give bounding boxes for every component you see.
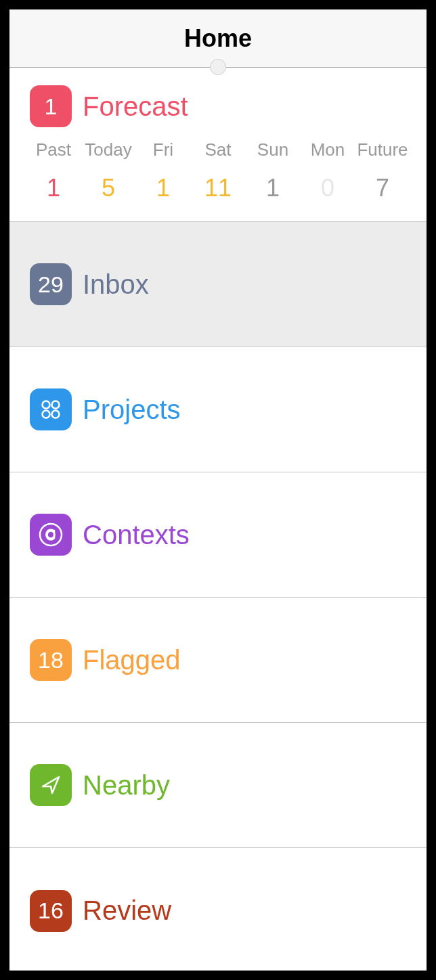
home-list: 1 Forecast Past 1 Today 5 Fri 1 — [9, 68, 427, 971]
forecast-day-count: 1 — [266, 174, 280, 202]
projects-label: Projects — [83, 395, 181, 425]
svg-point-0 — [43, 401, 50, 409]
nearby-icon — [30, 764, 72, 806]
forecast-label: Forecast — [83, 91, 188, 122]
forecast-col-sat[interactable]: Sat 11 — [194, 139, 242, 202]
contexts-label: Contexts — [83, 520, 190, 550]
row-inbox[interactable]: 29 Inbox — [9, 222, 427, 347]
forecast-day-count: 7 — [376, 174, 389, 202]
review-badge: 16 — [30, 890, 72, 932]
row-review[interactable]: 16 Review — [9, 848, 427, 971]
row-contexts[interactable]: Contexts — [9, 472, 427, 598]
forecast-day-label: Past — [36, 139, 71, 160]
contexts-icon — [30, 514, 72, 556]
forecast-day-label: Fri — [153, 139, 173, 160]
forecast-day-label: Mon — [311, 139, 345, 160]
svg-point-1 — [52, 401, 60, 409]
review-label: Review — [83, 895, 171, 926]
forecast-day-count: 11 — [204, 174, 232, 202]
forecast-day-label: Today — [85, 139, 131, 160]
svg-point-3 — [52, 411, 60, 418]
forecast-grid: Past 1 Today 5 Fri 1 Sat 11 — [9, 139, 427, 221]
row-flagged[interactable]: 18 Flagged — [9, 598, 427, 723]
forecast-day-label: Sun — [257, 139, 288, 160]
nearby-label: Nearby — [83, 770, 170, 801]
forecast-col-mon[interactable]: Mon 0 — [304, 139, 351, 202]
forecast-badge: 1 — [30, 85, 72, 127]
svg-point-2 — [43, 411, 50, 418]
forecast-day-count: 0 — [321, 174, 334, 202]
pull-indicator-icon — [210, 59, 226, 75]
forecast-col-today[interactable]: Today 5 — [85, 139, 132, 202]
row-nearby[interactable]: Nearby — [9, 723, 427, 848]
forecast-col-fri[interactable]: Fri 1 — [139, 139, 187, 202]
inbox-label: Inbox — [83, 269, 149, 300]
forecast-day-label: Sat — [204, 139, 231, 160]
page-title: Home — [184, 24, 252, 53]
forecast-day-count: 5 — [102, 174, 115, 202]
inbox-badge: 29 — [30, 263, 72, 305]
row-projects[interactable]: Projects — [9, 347, 427, 472]
forecast-col-sun[interactable]: Sun 1 — [249, 139, 297, 202]
flagged-label: Flagged — [83, 645, 181, 675]
forecast-col-future[interactable]: Future 7 — [359, 139, 406, 202]
projects-icon — [30, 388, 72, 430]
svg-point-4 — [40, 524, 62, 545]
flagged-badge: 18 — [30, 639, 72, 681]
navbar: Home — [9, 9, 427, 68]
forecast-day-count: 1 — [47, 174, 60, 202]
forecast-day-label: Future — [357, 139, 408, 160]
forecast-col-past[interactable]: Past 1 — [30, 139, 77, 202]
forecast-day-count: 1 — [156, 174, 170, 202]
row-forecast[interactable]: 1 Forecast Past 1 Today 5 Fri 1 — [9, 68, 427, 222]
